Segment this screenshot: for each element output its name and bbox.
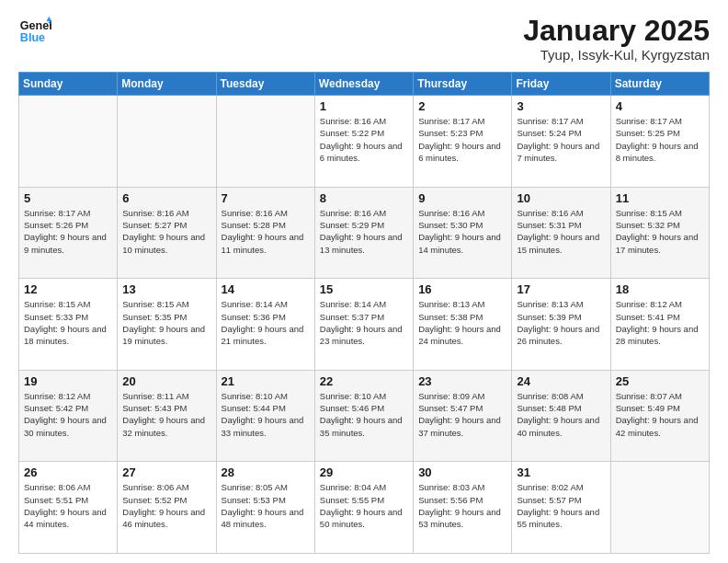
- day-number: 3: [517, 99, 605, 113]
- calendar-cell: 7Sunrise: 8:16 AM Sunset: 5:28 PM Daylig…: [216, 187, 314, 279]
- calendar-cell: 12Sunrise: 8:15 AM Sunset: 5:33 PM Dayli…: [19, 279, 118, 371]
- day-number: 6: [122, 191, 210, 205]
- day-number: 11: [616, 191, 704, 205]
- title-block: January 2025 Tyup, Issyk-Kul, Kyrgyzstan: [523, 15, 710, 63]
- day-info: Sunrise: 8:02 AM Sunset: 5:57 PM Dayligh…: [517, 481, 605, 530]
- day-number: 13: [122, 282, 210, 296]
- calendar-cell: 22Sunrise: 8:10 AM Sunset: 5:46 PM Dayli…: [314, 370, 413, 462]
- calendar-cell: 14Sunrise: 8:14 AM Sunset: 5:36 PM Dayli…: [216, 279, 314, 371]
- day-info: Sunrise: 8:13 AM Sunset: 5:38 PM Dayligh…: [418, 298, 506, 347]
- calendar: Sunday Monday Tuesday Wednesday Thursday…: [18, 72, 710, 554]
- day-number: 1: [320, 99, 408, 113]
- header-thursday: Thursday: [414, 73, 512, 96]
- day-info: Sunrise: 8:11 AM Sunset: 5:43 PM Dayligh…: [122, 390, 210, 439]
- day-info: Sunrise: 8:12 AM Sunset: 5:41 PM Dayligh…: [616, 298, 704, 347]
- day-number: 25: [616, 374, 704, 388]
- day-number: 10: [517, 191, 605, 205]
- calendar-cell: 26Sunrise: 8:06 AM Sunset: 5:51 PM Dayli…: [19, 462, 118, 554]
- calendar-cell: [216, 96, 314, 188]
- day-info: Sunrise: 8:14 AM Sunset: 5:37 PM Dayligh…: [320, 298, 408, 347]
- day-info: Sunrise: 8:08 AM Sunset: 5:48 PM Dayligh…: [517, 390, 605, 439]
- day-number: 16: [418, 282, 506, 296]
- day-info: Sunrise: 8:16 AM Sunset: 5:28 PM Dayligh…: [222, 207, 310, 256]
- calendar-cell: 1Sunrise: 8:16 AM Sunset: 5:22 PM Daylig…: [314, 96, 413, 188]
- calendar-week-row: 1Sunrise: 8:16 AM Sunset: 5:22 PM Daylig…: [19, 96, 710, 188]
- day-number: 7: [222, 191, 310, 205]
- day-number: 19: [24, 374, 112, 388]
- weekday-header-row: Sunday Monday Tuesday Wednesday Thursday…: [19, 73, 710, 96]
- calendar-cell: 2Sunrise: 8:17 AM Sunset: 5:23 PM Daylig…: [414, 96, 512, 188]
- day-number: 2: [418, 99, 506, 113]
- calendar-cell: 17Sunrise: 8:13 AM Sunset: 5:39 PM Dayli…: [512, 279, 610, 371]
- calendar-cell: 18Sunrise: 8:12 AM Sunset: 5:41 PM Dayli…: [610, 279, 709, 371]
- calendar-cell: 27Sunrise: 8:06 AM Sunset: 5:52 PM Dayli…: [118, 462, 216, 554]
- day-info: Sunrise: 8:15 AM Sunset: 5:35 PM Dayligh…: [122, 298, 210, 347]
- day-number: 22: [320, 374, 408, 388]
- calendar-cell: 31Sunrise: 8:02 AM Sunset: 5:57 PM Dayli…: [512, 462, 610, 554]
- calendar-cell: [118, 96, 216, 188]
- page-subtitle: Tyup, Issyk-Kul, Kyrgyzstan: [523, 47, 710, 63]
- day-info: Sunrise: 8:06 AM Sunset: 5:51 PM Dayligh…: [24, 481, 112, 530]
- day-info: Sunrise: 8:05 AM Sunset: 5:53 PM Dayligh…: [222, 481, 310, 530]
- day-info: Sunrise: 8:14 AM Sunset: 5:36 PM Dayligh…: [222, 298, 310, 347]
- day-number: 27: [122, 465, 210, 479]
- day-number: 14: [222, 282, 310, 296]
- svg-text:Blue: Blue: [20, 31, 45, 44]
- day-info: Sunrise: 8:16 AM Sunset: 5:22 PM Dayligh…: [320, 115, 408, 164]
- header-friday: Friday: [512, 73, 610, 96]
- day-info: Sunrise: 8:06 AM Sunset: 5:52 PM Dayligh…: [122, 481, 210, 530]
- day-info: Sunrise: 8:15 AM Sunset: 5:33 PM Dayligh…: [24, 298, 112, 347]
- calendar-week-row: 12Sunrise: 8:15 AM Sunset: 5:33 PM Dayli…: [19, 279, 710, 371]
- calendar-cell: 16Sunrise: 8:13 AM Sunset: 5:38 PM Dayli…: [414, 279, 512, 371]
- day-number: 20: [122, 374, 210, 388]
- day-number: 4: [616, 99, 704, 113]
- day-number: 18: [616, 282, 704, 296]
- day-info: Sunrise: 8:17 AM Sunset: 5:23 PM Dayligh…: [418, 115, 506, 164]
- calendar-cell: 10Sunrise: 8:16 AM Sunset: 5:31 PM Dayli…: [512, 187, 610, 279]
- calendar-week-row: 5Sunrise: 8:17 AM Sunset: 5:26 PM Daylig…: [19, 187, 710, 279]
- calendar-cell: 15Sunrise: 8:14 AM Sunset: 5:37 PM Dayli…: [314, 279, 413, 371]
- day-number: 12: [24, 282, 112, 296]
- calendar-cell: [19, 96, 118, 188]
- day-number: 8: [320, 191, 408, 205]
- calendar-cell: 4Sunrise: 8:17 AM Sunset: 5:25 PM Daylig…: [610, 96, 709, 188]
- day-number: 24: [517, 374, 605, 388]
- day-info: Sunrise: 8:16 AM Sunset: 5:29 PM Dayligh…: [320, 207, 408, 256]
- calendar-cell: 8Sunrise: 8:16 AM Sunset: 5:29 PM Daylig…: [314, 187, 413, 279]
- day-info: Sunrise: 8:07 AM Sunset: 5:49 PM Dayligh…: [616, 390, 704, 439]
- day-number: 15: [320, 282, 408, 296]
- calendar-cell: 23Sunrise: 8:09 AM Sunset: 5:47 PM Dayli…: [414, 370, 512, 462]
- day-number: 23: [418, 374, 506, 388]
- calendar-cell: 9Sunrise: 8:16 AM Sunset: 5:30 PM Daylig…: [414, 187, 512, 279]
- header: General Blue January 2025 Tyup, Issyk-Ku…: [18, 15, 710, 63]
- calendar-cell: 20Sunrise: 8:11 AM Sunset: 5:43 PM Dayli…: [118, 370, 216, 462]
- calendar-cell: 29Sunrise: 8:04 AM Sunset: 5:55 PM Dayli…: [314, 462, 413, 554]
- day-number: 28: [222, 465, 310, 479]
- day-info: Sunrise: 8:17 AM Sunset: 5:25 PM Dayligh…: [616, 115, 704, 164]
- day-number: 17: [517, 282, 605, 296]
- calendar-cell: 28Sunrise: 8:05 AM Sunset: 5:53 PM Dayli…: [216, 462, 314, 554]
- header-monday: Monday: [118, 73, 216, 96]
- header-wednesday: Wednesday: [314, 73, 413, 96]
- calendar-cell: 25Sunrise: 8:07 AM Sunset: 5:49 PM Dayli…: [610, 370, 709, 462]
- calendar-cell: 24Sunrise: 8:08 AM Sunset: 5:48 PM Dayli…: [512, 370, 610, 462]
- calendar-week-row: 26Sunrise: 8:06 AM Sunset: 5:51 PM Dayli…: [19, 462, 710, 554]
- logo-icon: General Blue: [18, 15, 51, 48]
- day-number: 31: [517, 465, 605, 479]
- day-info: Sunrise: 8:12 AM Sunset: 5:42 PM Dayligh…: [24, 390, 112, 439]
- day-number: 9: [418, 191, 506, 205]
- calendar-cell: 5Sunrise: 8:17 AM Sunset: 5:26 PM Daylig…: [19, 187, 118, 279]
- day-number: 29: [320, 465, 408, 479]
- calendar-cell: 21Sunrise: 8:10 AM Sunset: 5:44 PM Dayli…: [216, 370, 314, 462]
- calendar-cell: 19Sunrise: 8:12 AM Sunset: 5:42 PM Dayli…: [19, 370, 118, 462]
- day-info: Sunrise: 8:16 AM Sunset: 5:30 PM Dayligh…: [418, 207, 506, 256]
- header-saturday: Saturday: [610, 73, 709, 96]
- day-info: Sunrise: 8:10 AM Sunset: 5:46 PM Dayligh…: [320, 390, 408, 439]
- day-number: 26: [24, 465, 112, 479]
- calendar-cell: 11Sunrise: 8:15 AM Sunset: 5:32 PM Dayli…: [610, 187, 709, 279]
- calendar-cell: 30Sunrise: 8:03 AM Sunset: 5:56 PM Dayli…: [414, 462, 512, 554]
- calendar-cell: 13Sunrise: 8:15 AM Sunset: 5:35 PM Dayli…: [118, 279, 216, 371]
- day-number: 30: [418, 465, 506, 479]
- page-title: January 2025: [523, 15, 710, 47]
- day-info: Sunrise: 8:17 AM Sunset: 5:24 PM Dayligh…: [517, 115, 605, 164]
